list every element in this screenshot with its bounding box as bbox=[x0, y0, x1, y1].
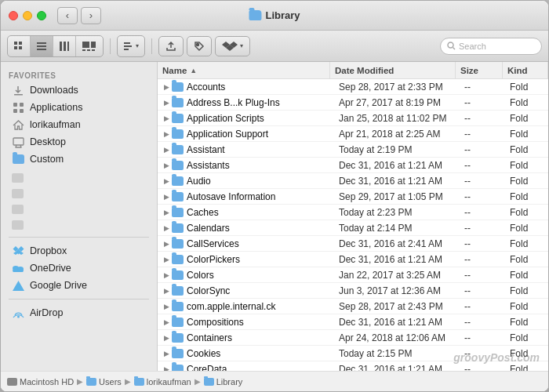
tag-btn[interactable] bbox=[187, 36, 212, 56]
expand-arrow[interactable]: ▶ bbox=[161, 126, 172, 141]
table-row[interactable]: ▶ Assistant Today at 2:19 PM -- Fold bbox=[158, 142, 548, 158]
list-view-btn[interactable] bbox=[31, 36, 53, 56]
file-folder-icon bbox=[172, 192, 184, 201]
applications-icon bbox=[12, 101, 24, 114]
arrange-btn[interactable]: ▾ bbox=[118, 36, 144, 56]
expand-arrow[interactable]: ▶ bbox=[161, 173, 172, 188]
table-row[interactable]: ▶ Assistants Dec 31, 2016 at 1:21 AM -- … bbox=[158, 158, 548, 173]
expand-arrow[interactable]: ▶ bbox=[161, 267, 172, 282]
share-btn[interactable] bbox=[158, 36, 184, 56]
svg-rect-15 bbox=[124, 42, 130, 44]
sidebar-placeholder-3[interactable] bbox=[4, 202, 154, 216]
minimize-button[interactable] bbox=[23, 11, 32, 20]
placeholder-icon-2 bbox=[12, 189, 24, 198]
table-row[interactable]: ▶ CoreData Dec 31, 2016 at 1:21 AM -- Fo… bbox=[158, 361, 548, 371]
expand-arrow[interactable]: ▶ bbox=[161, 158, 172, 172]
breadcrumb-item[interactable]: Users bbox=[86, 377, 122, 387]
file-size: -- bbox=[460, 238, 507, 249]
file-date: Dec 31, 2016 at 1:21 AM bbox=[334, 254, 460, 265]
expand-arrow[interactable]: ▶ bbox=[161, 314, 172, 329]
sidebar-item-applications[interactable]: Applications bbox=[4, 99, 154, 116]
expand-arrow[interactable]: ▶ bbox=[161, 283, 172, 298]
breadcrumb-item[interactable]: lorikaufman bbox=[134, 377, 191, 387]
table-row[interactable]: ▶ ColorPickers Dec 31, 2016 at 1:21 AM -… bbox=[158, 252, 548, 267]
maximize-button[interactable] bbox=[37, 11, 46, 20]
sidebar-placeholder-1[interactable] bbox=[4, 171, 154, 185]
table-row[interactable]: ▶ Caches Today at 2:23 PM -- Fold bbox=[158, 205, 548, 220]
file-name: Assistants bbox=[187, 160, 334, 171]
forward-button[interactable]: › bbox=[81, 7, 101, 24]
table-row[interactable]: ▶ Autosave Information Sep 29, 2017 at 1… bbox=[158, 189, 548, 205]
expand-arrow[interactable]: ▶ bbox=[161, 299, 172, 314]
expand-arrow[interactable]: ▶ bbox=[161, 205, 172, 220]
file-folder-icon bbox=[172, 145, 184, 154]
table-row[interactable]: ▶ Accounts Sep 28, 2017 at 2:33 PM -- Fo… bbox=[158, 79, 548, 95]
file-name: Address B...k Plug-Ins bbox=[187, 97, 334, 108]
col-header-size[interactable]: Size bbox=[456, 62, 503, 78]
search-box[interactable]: Search bbox=[440, 38, 542, 55]
gallery-view-btn[interactable] bbox=[76, 36, 103, 56]
icon-view-btn[interactable] bbox=[8, 36, 31, 56]
breadcrumb-label: Users bbox=[99, 377, 122, 387]
expand-arrow[interactable]: ▶ bbox=[161, 346, 172, 361]
table-row[interactable]: ▶ com.apple.internal.ck Sep 28, 2017 at … bbox=[158, 299, 548, 314]
expand-arrow[interactable]: ▶ bbox=[161, 111, 172, 125]
table-row[interactable]: ▶ Audio Dec 31, 2016 at 1:21 AM -- Fold bbox=[158, 173, 548, 189]
expand-arrow[interactable]: ▶ bbox=[161, 220, 172, 235]
file-date: Jan 25, 2018 at 11:02 PM bbox=[334, 113, 460, 124]
breadcrumb-item[interactable]: Macintosh HD bbox=[7, 377, 74, 387]
sidebar-placeholder-2[interactable] bbox=[4, 187, 154, 201]
col-header-date[interactable]: Date Modified bbox=[330, 62, 456, 78]
expand-arrow[interactable]: ▶ bbox=[161, 361, 172, 371]
file-folder-icon bbox=[172, 286, 184, 296]
table-row[interactable]: ▶ Compositions Dec 31, 2016 at 1:21 AM -… bbox=[158, 314, 548, 330]
breadcrumb-item[interactable]: Library bbox=[204, 377, 243, 387]
column-view-btn[interactable] bbox=[53, 36, 76, 56]
table-row[interactable]: ▶ ColorSync Jun 3, 2017 at 12:36 AM -- F… bbox=[158, 283, 548, 299]
hd-icon bbox=[7, 378, 17, 386]
expand-arrow[interactable]: ▶ bbox=[161, 252, 172, 267]
svg-rect-29 bbox=[13, 138, 24, 145]
dropbox-btn[interactable]: ▾ bbox=[215, 36, 250, 56]
back-button[interactable]: ‹ bbox=[57, 7, 78, 24]
expand-arrow[interactable]: ▶ bbox=[161, 79, 172, 94]
sidebar-placeholder-4[interactable] bbox=[4, 218, 154, 232]
table-row[interactable]: ▶ CallServices Dec 31, 2016 at 2:41 AM -… bbox=[158, 236, 548, 252]
sidebar-item-airdrop[interactable]: AirDrop bbox=[4, 304, 154, 321]
sidebar-item-downloads[interactable]: Downloads bbox=[4, 82, 154, 99]
svg-rect-28 bbox=[20, 109, 24, 113]
expand-arrow[interactable]: ▶ bbox=[161, 330, 172, 345]
file-kind: Fold bbox=[507, 332, 548, 343]
col-header-name[interactable]: Name ▲ bbox=[158, 62, 330, 78]
table-row[interactable]: ▶ Calendars Today at 2:14 PM -- Fold bbox=[158, 220, 548, 236]
expand-arrow[interactable]: ▶ bbox=[161, 142, 172, 157]
expand-arrow[interactable]: ▶ bbox=[161, 236, 172, 251]
sidebar-item-desktop[interactable]: Desktop bbox=[4, 133, 154, 151]
close-button[interactable] bbox=[9, 11, 18, 20]
table-row[interactable]: ▶ Cookies Today at 2:15 PM -- Fold bbox=[158, 346, 548, 361]
table-row[interactable]: ▶ Application Support Apr 21, 2018 at 2:… bbox=[158, 126, 548, 142]
file-size: -- bbox=[460, 317, 507, 328]
file-name: CoreData bbox=[187, 364, 334, 372]
file-folder-icon bbox=[172, 129, 184, 139]
sidebar-item-custom[interactable]: Custom bbox=[4, 151, 154, 168]
table-row[interactable]: ▶ Address B...k Plug-Ins Apr 27, 2017 at… bbox=[158, 95, 548, 111]
sidebar-item-googledrive[interactable]: Google Drive bbox=[4, 277, 154, 294]
sidebar-item-onedrive[interactable]: OneDrive bbox=[4, 260, 154, 277]
table-row[interactable]: ▶ Containers Apr 24, 2018 at 12:06 AM --… bbox=[158, 330, 548, 346]
file-kind: Fold bbox=[507, 223, 548, 234]
col-header-kind[interactable]: Kind bbox=[503, 62, 548, 78]
svg-rect-26 bbox=[20, 103, 24, 107]
expand-arrow[interactable]: ▶ bbox=[161, 95, 172, 110]
sidebar-item-lorikaufman[interactable]: lorikaufman bbox=[4, 116, 154, 133]
table-row[interactable]: ▶ Application Scripts Jan 25, 2018 at 11… bbox=[158, 111, 548, 126]
file-size: -- bbox=[460, 285, 507, 296]
onedrive-icon bbox=[12, 262, 24, 274]
expand-arrow[interactable]: ▶ bbox=[161, 189, 172, 204]
file-date: Apr 27, 2017 at 8:19 PM bbox=[334, 97, 460, 108]
sidebar-item-dropbox[interactable]: Dropbox bbox=[4, 242, 154, 260]
file-date: Today at 2:14 PM bbox=[334, 223, 460, 234]
table-row[interactable]: ▶ Colors Jan 22, 2017 at 3:25 AM -- Fold bbox=[158, 267, 548, 283]
sort-arrow: ▲ bbox=[190, 67, 197, 74]
svg-rect-13 bbox=[87, 49, 90, 51]
